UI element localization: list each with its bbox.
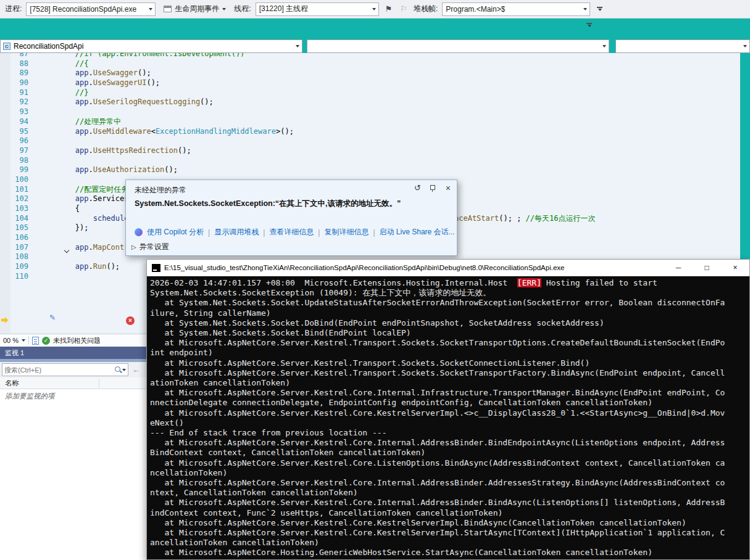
code-text: { <box>40 204 80 214</box>
lifecycle-events-button[interactable]: 生命周期事件 <box>160 2 230 17</box>
code-line[interactable]: 96 <box>0 136 740 146</box>
watch-search-input[interactable] <box>4 366 114 374</box>
chevron-down-icon <box>743 45 747 47</box>
exception-helper-popup: 未经处理的异常 ↺ × System.Net.Sockets.SocketExc… <box>125 179 457 256</box>
code-line[interactable]: 87 //if (app.Environment.IsDevelopment()… <box>0 53 740 59</box>
project-dropdown-value: ReconciliationSpdApi <box>14 42 83 51</box>
line-number: 109 <box>0 262 28 272</box>
code-line[interactable]: 99 app.UseAuthorization(); <box>0 165 740 175</box>
code-line[interactable]: 91 //} <box>0 88 740 98</box>
exception-action-link[interactable]: 查看详细信息 <box>269 227 314 237</box>
code-line[interactable]: 88 //{ <box>0 59 740 69</box>
line-number: 100 <box>0 175 28 185</box>
line-number: 94 <box>0 117 28 127</box>
code-line[interactable]: 98 <box>0 156 740 166</box>
search-icon <box>114 366 122 374</box>
code-line[interactable]: 90 app.UseSwaggerUI(); <box>0 78 740 88</box>
line-number: 95 <box>0 127 28 137</box>
pin-icon[interactable] <box>428 184 436 192</box>
console-line: at Microsoft.AspNetCore.Server.Kestrel.C… <box>150 478 730 498</box>
code-text: app.UseMiddleware<ExceptionHandlingMiddl… <box>40 127 294 137</box>
watch-search-box[interactable] <box>2 363 128 376</box>
type-dropdown[interactable] <box>307 39 609 53</box>
document-health-icon[interactable] <box>32 337 39 345</box>
visual-studio-window: 进程: [7528] ReconciliationSpdApi.exe 生命周期… <box>0 0 750 560</box>
line-number: 110 <box>0 272 28 282</box>
back-arrow-icon[interactable]: ← <box>132 365 140 374</box>
minimize-button[interactable]: ─ <box>664 260 693 276</box>
line-number: 105 <box>0 223 28 233</box>
watch-add-item-row[interactable]: 添加要监视的项 <box>0 389 146 403</box>
exception-links: 使用 Copilot 分析|显示调用堆栈|查看详细信息|复制详细信息|启动 Li… <box>135 227 455 237</box>
chevron-down-icon <box>588 25 591 27</box>
code-line[interactable]: 94 //处理异常中 <box>0 117 740 127</box>
link-separator: | <box>263 228 265 237</box>
chevron-down-icon <box>222 8 226 10</box>
exception-settings-expander[interactable]: ▷ 异常设置 <box>131 242 169 252</box>
watch-panel: 监视 1 ← 名称 添加要监视的项 <box>0 347 146 560</box>
console-line: at Microsoft.AspNetCore.Server.Kestrel.C… <box>150 518 730 528</box>
console-line: at Microsoft.Extensions.Hosting.Internal… <box>150 558 730 559</box>
navigation-bar: C ReconciliationSpdApi <box>0 38 750 53</box>
exception-error-icon[interactable]: × <box>126 316 135 325</box>
edit-pencil-icon: ✎ <box>49 313 56 322</box>
thread-combobox[interactable]: [31220] 主线程 <box>256 2 379 16</box>
project-dropdown[interactable]: C ReconciliationSpdApi <box>0 39 302 53</box>
code-line[interactable]: 97 app.UseHttpsRedirection(); <box>0 146 740 156</box>
history-icon[interactable]: ↺ <box>414 184 421 192</box>
console-line: 2026-02-03 14:47:01.157 +08:00 Microsoft… <box>150 278 730 288</box>
line-number: 87 <box>0 53 28 59</box>
console-line: at Microsoft.AspNetCore.Server.Kestrel.T… <box>150 358 730 368</box>
process-combobox[interactable]: [7528] ReconciliationSpdApi.exe <box>26 2 156 16</box>
line-number: 99 <box>0 165 28 175</box>
code-text: //{ <box>40 59 88 69</box>
code-text: app.Run(); <box>40 262 120 272</box>
flag-marked-threads-icon[interactable]: ⚑ <box>383 5 394 13</box>
code-text: app.UseSerilogRequestLogging(); <box>40 97 214 107</box>
console-line: at Microsoft.AspNetCore.Server.Kestrel.C… <box>150 528 730 548</box>
console-titlebar[interactable]: E:\15_visual_studio_test\ZhongTieXiAn\Re… <box>147 260 749 276</box>
exception-action-link[interactable]: 复制详细信息 <box>324 227 369 237</box>
thread-label: 线程: <box>234 4 251 14</box>
chevron-down-icon <box>598 9 602 11</box>
exception-action-link[interactable]: 启动 Live Share 会话... <box>380 227 455 237</box>
member-dropdown[interactable] <box>615 39 750 53</box>
code-line[interactable]: 89 app.UseSwagger(); <box>0 68 740 78</box>
flag-disabled-icon[interactable]: ⚐ <box>398 5 409 13</box>
console-line: at Microsoft.AspNetCore.Hosting.GenericW… <box>150 548 730 558</box>
lifecycle-events-label: 生命周期事件 <box>175 4 219 14</box>
console-line: at Microsoft.AspNetCore.Server.Kestrel.C… <box>150 458 730 478</box>
thread-value: [31220] 主线程 <box>259 4 308 14</box>
line-number: 96 <box>0 136 28 146</box>
expander-triangle-icon: ▷ <box>131 244 136 250</box>
chevron-down-icon[interactable] <box>122 369 126 371</box>
exception-action-link[interactable]: 使用 Copilot 分析 <box>147 227 204 237</box>
line-number: 106 <box>0 233 28 243</box>
code-text: //} <box>40 88 88 98</box>
code-text: app.UseHttpsRedirection(); <box>40 146 191 156</box>
toolbar-overflow-button-2[interactable] <box>586 23 592 27</box>
line-number: 97 <box>0 146 28 156</box>
chevron-down-icon <box>583 8 587 10</box>
line-number: 107 <box>0 243 28 253</box>
code-line[interactable]: 93 <box>0 107 740 117</box>
maximize-button[interactable]: □ <box>693 260 721 276</box>
exception-action-link[interactable]: 显示调用堆栈 <box>214 227 259 237</box>
zoom-select-value[interactable]: 00 % <box>3 337 19 344</box>
line-number: 90 <box>0 78 28 88</box>
console-line: at Microsoft.AspNetCore.Server.Kestrel.C… <box>150 388 730 408</box>
chevron-down-icon[interactable] <box>22 339 25 342</box>
close-icon[interactable]: × <box>446 184 451 192</box>
console-line: at System.Net.Sockets.Socket.Bind(EndPoi… <box>150 328 730 338</box>
link-separator: | <box>373 228 375 237</box>
toolbar-overflow-button[interactable] <box>597 7 602 11</box>
console-app-icon <box>152 264 160 272</box>
code-line[interactable]: 92 app.UseSerilogRequestLogging(); <box>0 97 740 107</box>
close-button[interactable]: × <box>721 260 749 276</box>
health-check-icon[interactable]: ✓ <box>42 337 50 345</box>
watch-panel-title: 监视 1 <box>0 347 146 359</box>
stack-frame-combobox[interactable]: Program.<Main>$ <box>442 2 590 16</box>
code-line[interactable]: 95 app.UseMiddleware<ExceptionHandlingMi… <box>0 127 740 137</box>
exception-message: System.Net.Sockets.SocketException:“在其上下… <box>135 199 401 209</box>
console-line: at Microsoft.AspNetCore.Server.Kestrel.C… <box>150 498 730 517</box>
